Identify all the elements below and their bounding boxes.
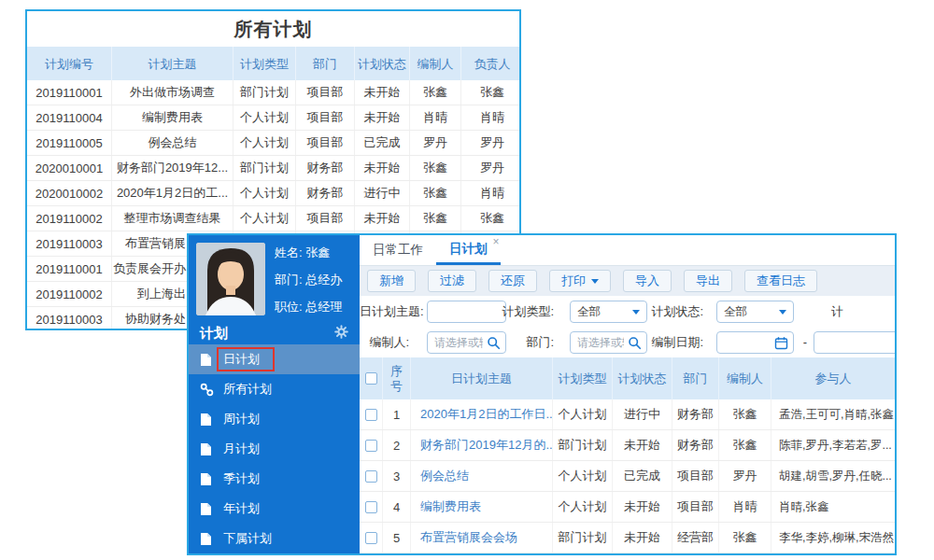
all-plans-column-header: 计划类型: [234, 47, 296, 80]
sidebar-item-label: 年计划: [223, 500, 260, 517]
table-cell: 肖晴: [410, 105, 461, 130]
table-cell: 项目部: [296, 105, 355, 130]
toolbar-button-导入[interactable]: 导入: [623, 270, 672, 292]
table-cell: 2019110002: [27, 282, 112, 306]
plan-creator: 肖晴: [719, 492, 771, 522]
status-filter-select[interactable]: 全部: [716, 301, 794, 323]
table-cell: 2019110001: [27, 257, 112, 281]
table-row[interactable]: 3例会总结个人计划已完成项目部罗丹胡建,胡雪,罗丹,任晓...: [360, 461, 895, 492]
toolbar-button-打印[interactable]: 打印: [549, 270, 611, 292]
daily-plan-header-row: 序号日计划主题计划类型计划状态部门编制人参与人: [360, 357, 895, 399]
sidebar-item-季计划[interactable]: 季计划: [189, 464, 360, 494]
creator-filter-input[interactable]: 请选择或输入: [427, 331, 506, 354]
row-checkbox-cell: [360, 461, 383, 491]
sidebar-item-年计划[interactable]: 年计划: [189, 494, 360, 524]
date-filter-end-input[interactable]: [814, 331, 895, 354]
avatar: [196, 243, 265, 315]
row-checkbox-cell: [360, 399, 383, 429]
toolbar-button-新增[interactable]: 新增: [367, 270, 416, 292]
close-icon[interactable]: ×: [492, 236, 499, 247]
toolbar-button-还原[interactable]: 还原: [488, 270, 537, 292]
plan-subject-link[interactable]: 编制费用表: [411, 492, 553, 522]
file-icon: [200, 502, 214, 516]
table-row[interactable]: 20200100022020年1月2日的工...个人计划财务部进行中张鑫肖晴: [27, 181, 519, 206]
dept-filter-label: 部门:: [498, 331, 554, 354]
file-icon: [200, 413, 214, 427]
gear-icon[interactable]: [334, 325, 348, 342]
toolbar-button-查看日志[interactable]: 查看日志: [744, 270, 817, 292]
sidebar-item-下属计划[interactable]: 下属计划: [189, 524, 360, 553]
table-row[interactable]: 2019110002整理市场调查结果个人计划项目部未开始张鑫张鑫: [27, 206, 519, 231]
toolbar-button-label: 还原: [501, 273, 525, 289]
row-number: 1: [383, 399, 411, 429]
date-filter-start-input[interactable]: [716, 331, 794, 354]
table-cell: 未开始: [355, 80, 410, 105]
toolbar: 新增过滤还原打印导入导出查看日志: [360, 266, 895, 296]
table-row[interactable]: 2020010001财务部门2019年12...部门计划财务部未开始张鑫罗丹: [27, 156, 519, 181]
row-checkbox[interactable]: [365, 501, 377, 513]
file-icon: [200, 353, 214, 367]
plan-dept: 财务部: [672, 430, 719, 460]
plan-creator: 张鑫: [719, 430, 771, 460]
table-cell: 张鑫: [461, 206, 521, 231]
plan-subject-link[interactable]: 例会总结: [411, 461, 553, 491]
toolbar-button-导出[interactable]: 导出: [684, 270, 732, 292]
table-cell: 罗丹: [461, 131, 521, 155]
table-cell: 项目部: [296, 206, 355, 231]
table-cell: 编制费用表: [112, 105, 234, 130]
table-cell: 2019110001: [27, 80, 112, 105]
all-plans-column-header: 部门: [296, 47, 355, 80]
toolbar-button-label: 导出: [696, 273, 720, 289]
table-cell: 例会总结: [112, 131, 234, 155]
table-cell: 财务部: [296, 181, 355, 205]
sidebar-menu: 日计划所有计划周计划月计划季计划年计划下属计划: [189, 344, 360, 553]
daily-plan-table-body: 12020年1月2日的工作日...个人计划进行中财务部张鑫孟浩,王可可,肖晴,张…: [360, 399, 895, 553]
tab-daily-plan[interactable]: 日计划 ×: [436, 235, 501, 265]
sidebar-item-所有计划[interactable]: 所有计划: [189, 374, 360, 404]
profile-position: 职位: 总经理: [275, 299, 342, 315]
row-checkbox[interactable]: [365, 409, 377, 421]
sidebar-item-周计划[interactable]: 周计划: [189, 404, 360, 434]
dept-filter-placeholder: 请选择或输入: [577, 335, 624, 351]
sidebar-menu-title: 计划: [200, 325, 228, 343]
row-number: 2: [383, 430, 411, 460]
plan-status: 已完成: [613, 461, 672, 491]
sidebar-item-日计划[interactable]: 日计划: [189, 344, 360, 374]
tab-bar: 日常工作 日计划 ×: [360, 235, 895, 266]
plan-participants: 肖晴,张鑫: [771, 492, 895, 522]
all-plans-column-header: 负责人: [461, 47, 521, 80]
table-row[interactable]: 2019110001外出做市场调查部门计划项目部未开始张鑫张鑫: [27, 80, 519, 105]
calendar-icon[interactable]: [774, 336, 788, 350]
daily-plan-table: 序号日计划主题计划类型计划状态部门编制人参与人 12020年1月2日的工作日..…: [360, 357, 895, 553]
table-row[interactable]: 5布置营销展会会场部门计划未开始经营部张鑫李华,李婷,柳琳,宋浩然: [360, 523, 895, 553]
select-all-checkbox[interactable]: [365, 372, 377, 385]
plan-type: 部门计划: [553, 430, 613, 460]
plan-subject-link[interactable]: 2020年1月2日的工作日...: [411, 399, 553, 429]
table-cell: 部门计划: [234, 156, 296, 180]
table-row[interactable]: 2财务部门2019年12月的...部门计划未开始财务部张鑫陈菲,罗丹,李若若,罗…: [360, 430, 895, 461]
table-row[interactable]: 12020年1月2日的工作日...个人计划进行中财务部张鑫孟浩,王可可,肖晴,张…: [360, 399, 895, 430]
subject-filter-input[interactable]: [427, 301, 506, 323]
tab-daily-work-label: 日常工作: [373, 242, 423, 259]
row-checkbox[interactable]: [365, 532, 377, 544]
plan-subject-link[interactable]: 财务部门2019年12月的...: [411, 430, 553, 460]
table-row[interactable]: 4编制费用表个人计划未开始项目部肖晴肖晴,张鑫: [360, 492, 895, 523]
row-checkbox[interactable]: [365, 440, 377, 452]
table-row[interactable]: 2019110004编制费用表个人计划项目部未开始肖晴肖晴: [27, 105, 519, 131]
plan-participants: 胡建,胡雪,罗丹,任晓...: [771, 461, 895, 491]
plan-dept: 财务部: [672, 399, 719, 429]
daily-plan-window: 姓名: 张鑫 部门: 总经办 职位: 总经理 计划: [187, 233, 897, 555]
toolbar-button-过滤[interactable]: 过滤: [428, 270, 476, 292]
plan-subject-link[interactable]: 布置营销展会会场: [411, 523, 553, 553]
type-filter-select[interactable]: 全部: [570, 301, 647, 323]
row-checkbox[interactable]: [365, 470, 377, 483]
plan-status: 未开始: [613, 523, 672, 553]
status-filter-value: 全部: [724, 304, 747, 320]
table-cell: 未开始: [355, 105, 410, 130]
table-cell: 未开始: [355, 156, 410, 180]
sidebar-item-月计划[interactable]: 月计划: [189, 434, 360, 464]
tab-daily-work[interactable]: 日常工作: [360, 235, 436, 265]
table-cell: 财务部门2019年12...: [112, 156, 234, 180]
table-cell: 张鑫: [410, 80, 461, 105]
table-row[interactable]: 2019110005例会总结个人计划项目部已完成罗丹罗丹: [27, 131, 519, 156]
